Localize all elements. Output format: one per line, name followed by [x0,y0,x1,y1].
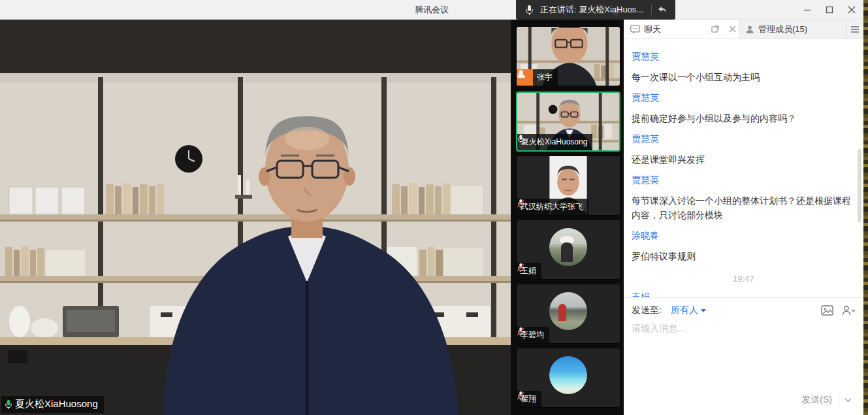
close-chat-icon[interactable] [726,20,739,39]
participant-tile-zhangfei[interactable]: 武汉纺织大学张飞 [516,156,620,216]
hamburger-icon [851,25,859,34]
tab-chat-label: 聊天 [644,24,661,35]
tab-manage-members[interactable]: 管理成员(15) [739,20,846,39]
microphone-icon [525,5,534,16]
popout-panel-icon[interactable] [709,20,722,39]
participant-name: 夏火松XiaHuosong [521,137,587,148]
tab-members-label: 管理成员(15) [758,24,807,35]
send-to-selector[interactable]: 所有人 [671,305,706,316]
participant-name: 张宇 [537,72,553,83]
participant-strip: 张宇 夏 [511,20,624,415]
chat-message: 贾慧英 每一次课以一个小组互动为主吗 [632,51,856,84]
message-sender: 贾慧英 [632,92,856,104]
message-sender: 贾慧英 [632,51,856,63]
chat-message: 贾慧英 每节课深入讨论一个小组的整体计划书？还是根据课程内容，只讨论部分模块 [632,174,856,222]
image-attach-button[interactable] [821,305,833,316]
banner-divider [651,5,652,15]
mic-muted-icon [517,391,525,401]
message-text: 提前确定好参与小组以及参与的内容吗？ [632,111,856,125]
chat-scrollbar[interactable] [858,149,861,222]
message-sender: 贾慧英 [632,133,856,145]
message-sender: 王娟 [632,291,856,297]
minimize-button[interactable] [796,0,818,20]
send-options-button[interactable] [839,395,857,405]
mic-muted-icon [517,263,525,273]
avatar [549,356,587,394]
tab-chat[interactable]: 聊天 [624,20,739,39]
mic-muted-icon [517,199,525,208]
message-text: 每一次课以一个小组互动为主吗 [632,70,856,84]
avatar [549,292,587,330]
watermark-shapes [593,3,632,17]
mic-on-icon [5,399,12,410]
participant-tile-zhangyu[interactable]: 张宇 [516,26,620,86]
mic-on-icon [517,69,524,79]
chat-composer: 发送至: 所有人 发送(S) [624,297,863,415]
collapse-back-arrow-icon[interactable] [657,5,667,14]
window-title: 腾讯会议 [0,0,863,20]
maximize-button[interactable] [818,0,841,20]
chat-message: 王娟 在的 [632,291,856,297]
main-video-name: 夏火松XiaHuosong [15,398,98,410]
chat-message: 涂晓春 罗伯特议事规则 [632,230,856,263]
mic-muted-icon [517,327,525,337]
message-text: 罗伯特议事规则 [632,249,856,263]
chat-panel: 聊天 管理成员(15) 贾慧英 每一次课以一个小组互动为主吗 贾慧英 提前确定好 [624,20,863,415]
member-icon [745,25,754,34]
chat-message: 贾慧英 还是课堂即兴发挥 [632,133,856,167]
message-sender: 涂晓春 [632,230,856,242]
message-text: 每节课深入讨论一个小组的整体计划书？还是根据课程内容，只讨论部分模块 [632,193,856,222]
participant-tile-wangjuan[interactable]: 王娟 [516,220,620,280]
message-timestamp: 19:47 [632,274,856,284]
message-sender: 贾慧英 [632,174,856,186]
avatar [549,228,587,266]
send-to-label: 发送至: [632,305,662,316]
title-bar: 腾讯会议 [0,0,863,20]
chevron-down-icon [701,309,706,312]
mention-member-button[interactable] [841,305,856,316]
panel-menu-button[interactable] [846,20,863,39]
main-video-name-label: 夏火松XiaHuosong [1,396,104,413]
participant-tile-libijun[interactable]: 李碧均 [516,284,620,344]
chat-bubble-icon [630,25,640,34]
window-controls [796,0,863,20]
mic-on-icon [517,134,524,144]
main-video-scene [0,20,511,415]
send-to-value: 所有人 [671,305,698,316]
chat-header: 聊天 管理成员(15) [624,20,863,39]
speaking-banner: 正在讲话: 夏火松XiaHuos... [516,0,675,20]
participant-name: 武汉纺织大学张飞 [521,201,583,212]
message-text: 还是课堂即兴发挥 [632,152,856,167]
participant-tile-quxiang[interactable]: 瞿翔 [516,348,620,408]
send-button[interactable]: 发送(S) [795,391,839,408]
chat-message-list[interactable]: 贾慧英 每一次课以一个小组互动为主吗 贾慧英 提前确定好参与小组以及参与的内容吗… [624,39,863,297]
main-video-stage[interactable]: 夏火松XiaHuosong [0,20,511,415]
desktop-edge-strip [863,0,868,415]
chat-input[interactable] [632,323,856,383]
chat-message: 贾慧英 提前确定好参与小组以及参与的内容吗？ [632,92,856,125]
close-button[interactable] [841,0,863,20]
participant-tile-xiahuosong[interactable]: 夏火松XiaHuosong [516,91,620,152]
